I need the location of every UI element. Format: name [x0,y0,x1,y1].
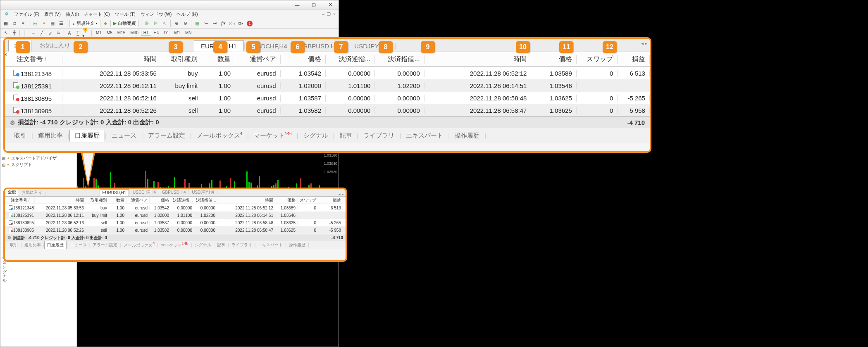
col-price1[interactable]: 価格 [281,55,326,64]
bar-chart-icon[interactable]: ⊪ [143,20,151,27]
history-row[interactable]: 1381309052022.11.28 06:52:26sell1.00euru… [5,104,650,116]
nav-expert-advisors[interactable]: ⊞✦エキスパートアドバイザ [1,155,76,162]
arrows-icon[interactable]: 👎▾ [82,29,90,37]
history-row-sm[interactable]: 1381309052022.11.28 06:52:26sell1.00euru… [5,226,346,234]
market-watch-icon[interactable]: ◎ [31,20,39,27]
label-icon[interactable]: T̲ [74,29,81,37]
timeframe-D1[interactable]: D1 [161,30,172,36]
close-button[interactable]: ✕ [322,0,339,10]
menu-window[interactable]: ウィンドウ (W) [138,11,174,17]
col-time2[interactable]: 時間 [424,55,532,64]
menu-view[interactable]: 表示 (V) [42,11,63,17]
save-icon[interactable]: ⧉ [11,20,18,27]
grid-icon[interactable]: ▦ [193,20,201,27]
history-panel-zoom: × 全般 お気に入り EURUSD,H1|USDCHF,H4|GBPUSD,H4… [3,37,651,153]
callout-marker-3: 3 [169,41,183,53]
tab-ratio[interactable]: 運用比率 [33,130,68,141]
timeframe-W1[interactable]: W1 [172,30,183,36]
tab-favorites[interactable]: お気に入り [34,40,76,52]
history-row-sm[interactable]: 1381213482022.11.28 05:33:56buy1.00eurus… [5,204,346,212]
timeframe-MN[interactable]: MN [183,30,194,36]
trendline-icon[interactable]: ╱ [38,29,45,37]
crosshair-icon[interactable]: ╋ [10,29,18,37]
menu-help[interactable]: ヘルプ (H) [174,11,200,17]
history-row-sm[interactable]: 1381253912022.11.28 06:12:11buy limit1.0… [5,212,346,219]
terminal-icon[interactable]: ▤ [49,20,56,27]
profile-icon[interactable]: ▾ [19,20,27,27]
timeframe-M5[interactable]: M5 [104,30,115,36]
col-price2[interactable]: 価格 [531,55,576,64]
menu-file[interactable]: ファイル (F) [12,11,42,17]
timeframe-M15[interactable]: M15 [115,30,128,36]
timeframe-M30[interactable]: M30 [128,30,141,36]
nav-scripts[interactable]: ⊞✦スクリプト [1,162,76,168]
line-chart-icon[interactable]: ∿ [161,20,168,27]
notification-badge[interactable]: 1 [247,21,253,26]
channel-icon[interactable]: ⫽ [46,29,54,37]
candle-chart-icon[interactable]: ⊫ [152,20,160,27]
history-row[interactable]: 1381253912022.11.28 06:12:11buy limit1.0… [5,79,650,92]
tab-article[interactable]: 記事 [335,130,357,141]
callout-marker-2: 2 [74,41,88,53]
callout-marker-7: 7 [334,41,348,53]
tab-favorites-sm[interactable]: お気に入り [19,189,45,196]
history-row[interactable]: 1381308952022.11.28 06:52:16sell1.00euru… [5,92,650,104]
tab-mailbox[interactable]: メールボックス4 [192,130,248,141]
tab-expert[interactable]: エキスパート [401,130,448,141]
text-icon[interactable]: A [66,29,73,37]
periods-icon[interactable]: ⏲▾ [228,20,236,27]
col-volume[interactable]: 数量 [202,55,235,64]
tab-library[interactable]: ライブラリ [358,130,399,141]
history-row[interactable]: 1381213482022.11.28 05:33:56buy1.00eurus… [5,67,650,79]
menu-tools[interactable]: ツール (T) [112,11,138,17]
col-pl[interactable]: 損益 [618,55,650,64]
col-tp[interactable]: 決済指値... [375,55,424,64]
tab-news[interactable]: ニュース [107,130,141,141]
navigator-icon[interactable]: ✦ [40,20,48,27]
templates-icon[interactable]: ⧉▾ [237,20,244,27]
panel-close-icon[interactable]: × [4,51,7,58]
col-order[interactable]: 注文番号 / [5,55,62,64]
tab-scroll-right[interactable]: ▸ [645,40,647,46]
vline-icon[interactable]: │ [21,29,29,37]
tab-general-sm[interactable]: 全般 [5,188,19,196]
history-header: 注文番号 / 時間 取引種別 数量 通貨ペア 価格 決済逆指... 決済指値..… [5,52,650,67]
open-icon[interactable]: ▦ [2,20,10,27]
autotrading-button[interactable]: ▶自動売買 [110,20,139,27]
history-row-sm[interactable]: 1381308952022.11.28 06:52:16sell1.00euru… [5,219,346,226]
timeframe-H4[interactable]: H4 [151,30,162,36]
terminal-tabs-sm: 取引| 運用比率| 口座履歴| ニュース| アラーム設定| メールボックス4| … [5,241,346,249]
cursor-icon[interactable]: ↖ [2,29,10,37]
tab-signal[interactable]: シグナル [298,130,333,141]
tab-trade[interactable]: 取引 [9,130,31,141]
maximize-button[interactable]: ▢ [305,0,322,10]
menu-chart[interactable]: チャート (C) [81,11,112,17]
col-sl[interactable]: 決済逆指... [326,55,375,64]
shift-icon[interactable]: ⇥ [211,20,218,27]
tester-icon[interactable]: ☰ [57,20,65,27]
new-order-button[interactable]: ⬧新規注文▾ [69,20,100,27]
fib-icon[interactable]: ≋ [55,29,62,37]
tab-scroll-sm[interactable]: ◂ ▸ [337,192,346,196]
metaeditor-icon[interactable]: ◆ [102,20,109,27]
col-swap[interactable]: スワップ [577,55,618,64]
gear-icon[interactable]: ⚙ [10,119,15,126]
callout-marker-10: 10 [516,41,530,53]
indicators-icon[interactable]: ƒ▾ [219,20,227,27]
tab-log[interactable]: 操作履歴 [450,130,484,141]
col-time1[interactable]: 時間 [62,55,161,64]
minimize-button[interactable]: — [289,0,305,10]
tab-scroll-left[interactable]: ◂ [641,40,644,46]
zoom-in-icon[interactable]: ⊕ [173,20,180,27]
menu-insert[interactable]: 挿入(I) [63,11,81,17]
tab-history[interactable]: 口座履歴 [69,130,105,142]
timeframe-H1[interactable]: H1 [141,30,151,36]
col-type[interactable]: 取引種別 [161,55,203,64]
zoom-out-icon[interactable]: ⊖ [181,20,189,27]
tab-market[interactable]: マーケット146 [249,130,297,141]
col-pair[interactable]: 通貨ペア [235,55,280,64]
scroll-icon[interactable]: ↣ [202,20,210,27]
hline-icon[interactable]: ─ [30,29,37,37]
tab-alarm[interactable]: アラーム設定 [143,130,190,141]
timeframe-M1[interactable]: M1 [93,30,104,36]
